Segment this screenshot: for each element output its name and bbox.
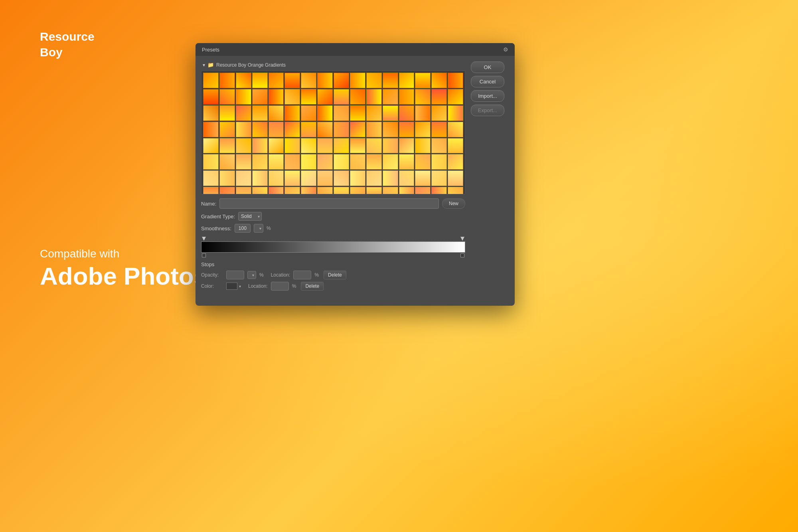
gradient-cell[interactable] xyxy=(301,170,316,186)
gradient-cell[interactable] xyxy=(448,89,463,105)
gradient-cell[interactable] xyxy=(269,170,284,186)
name-input[interactable] xyxy=(219,198,439,209)
gradient-cell[interactable] xyxy=(301,154,316,170)
gradient-cell[interactable] xyxy=(334,122,349,137)
gradient-cell[interactable] xyxy=(317,89,333,105)
import-button[interactable]: Import... xyxy=(471,90,504,102)
gradient-cell[interactable] xyxy=(334,73,349,88)
gradient-cell[interactable] xyxy=(252,89,268,105)
color-swatch-chevron[interactable]: ▾ xyxy=(239,284,241,289)
gradient-type-select-wrapper[interactable]: Solid Noise xyxy=(238,212,262,221)
gradient-cell[interactable] xyxy=(366,105,382,121)
gradient-cell[interactable] xyxy=(448,73,463,88)
gradient-cell[interactable] xyxy=(350,154,365,170)
gradient-cell[interactable] xyxy=(383,122,398,137)
gradient-cell[interactable] xyxy=(431,138,447,154)
gradient-cell[interactable] xyxy=(203,73,219,88)
gradient-cell[interactable] xyxy=(415,89,431,105)
gradient-cell[interactable] xyxy=(236,187,251,194)
gradient-cell[interactable] xyxy=(284,89,300,105)
gradient-cell[interactable] xyxy=(334,105,349,121)
gradient-cell[interactable] xyxy=(366,187,382,194)
gradient-cell[interactable] xyxy=(431,89,447,105)
smoothness-input[interactable] xyxy=(235,224,251,233)
gradient-cell[interactable] xyxy=(301,105,316,121)
cancel-button[interactable]: Cancel xyxy=(471,76,504,87)
gradient-cell[interactable] xyxy=(284,170,300,186)
gradient-cell[interactable] xyxy=(269,105,284,121)
gradient-bar[interactable] xyxy=(201,241,465,253)
gradient-cell[interactable] xyxy=(203,122,219,137)
gradient-cell[interactable] xyxy=(236,73,251,88)
gradient-cell[interactable] xyxy=(350,73,365,88)
gradient-cell[interactable] xyxy=(334,170,349,186)
gradient-cell[interactable] xyxy=(350,89,365,105)
gradient-cell[interactable] xyxy=(203,170,219,186)
opacity-stepper[interactable] xyxy=(247,271,256,279)
stop-marker-right-bottom[interactable] xyxy=(460,253,464,257)
stop-marker-right-top[interactable] xyxy=(460,237,464,241)
gradient-cell[interactable] xyxy=(431,154,447,170)
gradient-cell[interactable] xyxy=(399,73,415,88)
gradient-cell[interactable] xyxy=(269,187,284,194)
stop-marker-left-top[interactable] xyxy=(202,237,206,241)
gradient-cell[interactable] xyxy=(448,187,463,194)
gradient-cell[interactable] xyxy=(284,187,300,194)
color-delete-button[interactable]: Delete xyxy=(301,282,324,291)
gradient-cell[interactable] xyxy=(203,154,219,170)
gradient-cell[interactable] xyxy=(350,187,365,194)
opacity-input[interactable] xyxy=(226,271,244,279)
gradient-cell[interactable] xyxy=(431,105,447,121)
gradient-cell[interactable] xyxy=(334,89,349,105)
gradient-cell[interactable] xyxy=(448,122,463,137)
gradient-cell[interactable] xyxy=(415,170,431,186)
gradient-cell[interactable] xyxy=(284,122,300,137)
gradient-cell[interactable] xyxy=(431,187,447,194)
gradient-cell[interactable] xyxy=(236,105,251,121)
gradient-cell[interactable] xyxy=(350,105,365,121)
color-location-input[interactable] xyxy=(271,282,289,291)
smoothness-chevron[interactable] xyxy=(254,224,263,233)
gradient-cell[interactable] xyxy=(301,138,316,154)
folder-header[interactable]: ▾ 📁 Resource Boy Orange Gradients xyxy=(201,61,465,69)
gradient-cell[interactable] xyxy=(334,154,349,170)
gradient-cell[interactable] xyxy=(317,138,333,154)
gradient-cell[interactable] xyxy=(252,170,268,186)
gradient-cell[interactable] xyxy=(236,122,251,137)
gradient-cell[interactable] xyxy=(236,138,251,154)
gradient-cell[interactable] xyxy=(203,89,219,105)
gradient-cell[interactable] xyxy=(366,138,382,154)
gradient-cell[interactable] xyxy=(415,187,431,194)
gradient-cell[interactable] xyxy=(252,73,268,88)
ok-button[interactable]: OK xyxy=(471,61,504,73)
gradient-cell[interactable] xyxy=(399,187,415,194)
gradient-cell[interactable] xyxy=(383,89,398,105)
gradient-cell[interactable] xyxy=(219,154,235,170)
gradient-cell[interactable] xyxy=(252,187,268,194)
gradient-cell[interactable] xyxy=(399,138,415,154)
gradient-cell[interactable] xyxy=(219,122,235,137)
gradient-cell[interactable] xyxy=(334,138,349,154)
gradient-cell[interactable] xyxy=(301,73,316,88)
gradient-cell[interactable] xyxy=(219,138,235,154)
gradient-cell[interactable] xyxy=(448,105,463,121)
gradient-cell[interactable] xyxy=(252,154,268,170)
gradient-cell[interactable] xyxy=(399,170,415,186)
gradient-cell[interactable] xyxy=(431,73,447,88)
gradient-cell[interactable] xyxy=(219,187,235,194)
gradient-cell[interactable] xyxy=(350,122,365,137)
gradient-cell[interactable] xyxy=(219,73,235,88)
gradient-cell[interactable] xyxy=(366,89,382,105)
gradient-cell[interactable] xyxy=(448,138,463,154)
gradient-type-select[interactable]: Solid Noise xyxy=(238,212,262,221)
gradient-cell[interactable] xyxy=(284,73,300,88)
gradient-cell[interactable] xyxy=(301,122,316,137)
gradient-cell[interactable] xyxy=(415,105,431,121)
gradient-cell[interactable] xyxy=(383,187,398,194)
gradient-cell[interactable] xyxy=(269,122,284,137)
gradient-cell[interactable] xyxy=(317,170,333,186)
gradient-cell[interactable] xyxy=(219,105,235,121)
gradient-cell[interactable] xyxy=(366,73,382,88)
gradient-cell[interactable] xyxy=(399,154,415,170)
gradient-cell[interactable] xyxy=(448,154,463,170)
